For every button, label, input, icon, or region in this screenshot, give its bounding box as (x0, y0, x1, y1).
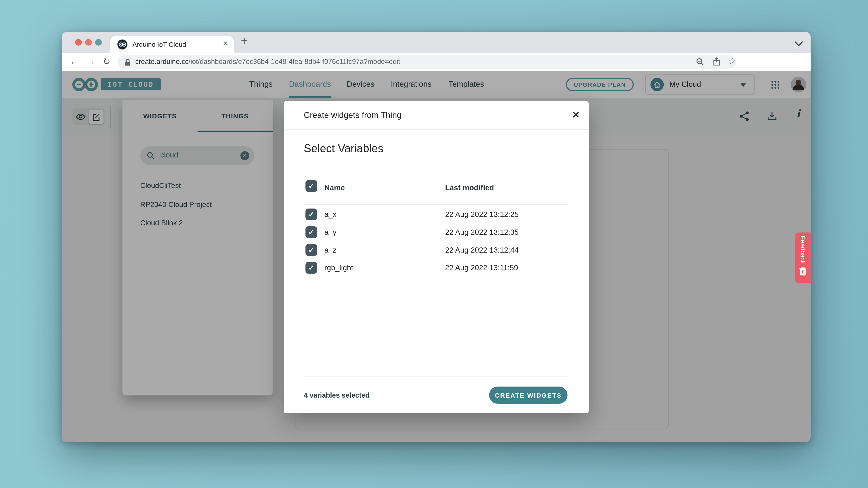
variable-last-modified: 22 Aug 2022 13:12:35 (445, 228, 519, 236)
modal-title: Create widgets from Thing (304, 110, 401, 120)
tab-title: Arduino IoT Cloud (132, 41, 186, 48)
address-bar[interactable]: create.arduino.cc/iot/dashboards/e7ec36b… (117, 55, 736, 69)
tab-close-icon[interactable]: × (223, 38, 228, 48)
zoom-out-icon[interactable] (696, 58, 704, 66)
new-tab-button[interactable]: + (241, 35, 248, 47)
url-host: create.arduino.cc (135, 58, 188, 66)
back-button[interactable]: ← (70, 56, 79, 68)
feedback-smiley-icon (799, 267, 807, 275)
reload-button[interactable]: ↻ (103, 56, 110, 68)
modal-close-icon[interactable]: × (572, 106, 580, 123)
url-text: create.arduino.cc/iot/dashboards/e7ec36b… (135, 58, 400, 66)
variable-last-modified: 22 Aug 2022 13:11:59 (445, 264, 518, 272)
table-header-divider (304, 204, 569, 204)
window-zoom-button[interactable] (95, 39, 102, 46)
arduino-favicon-icon (117, 39, 127, 50)
forward-button[interactable]: → (86, 56, 95, 68)
browser-tab[interactable]: Arduino IoT Cloud × (110, 36, 234, 53)
variable-row: ✓ a_y 22 Aug 2022 13:12:35 (284, 225, 589, 240)
variable-name: a_x (324, 210, 337, 219)
window-close-button[interactable] (75, 39, 82, 46)
variable-checkbox[interactable]: ✓ (305, 262, 317, 273)
window-minimize-button[interactable] (85, 39, 92, 46)
select-all-checkbox[interactable]: ✓ (305, 180, 317, 192)
variable-last-modified: 22 Aug 2022 13:12:25 (445, 210, 519, 219)
variable-name: a_z (324, 246, 337, 254)
column-name: Name (324, 184, 345, 192)
modal-header: Create widgets from Thing × (284, 101, 589, 130)
variable-checkbox[interactable]: ✓ (305, 208, 317, 220)
create-widgets-button[interactable]: CREATE WIDGETS (489, 387, 567, 404)
column-last-modified: Last modified (445, 184, 494, 192)
feedback-label: Feedback (800, 236, 806, 264)
browser-window: Arduino IoT Cloud × + ← → ↻ create.ardui… (62, 32, 811, 442)
variable-row: ✓ rgb_light 22 Aug 2022 13:11:59 (284, 261, 589, 275)
feedback-tab[interactable]: Feedback (795, 232, 811, 283)
select-variables-heading: Select Variables (304, 142, 383, 155)
desktop: Arduino IoT Cloud × + ← → ↻ create.ardui… (0, 0, 868, 488)
variable-checkbox[interactable]: ✓ (305, 226, 317, 238)
variable-name: a_y (324, 228, 337, 236)
variable-row: ✓ a_x 22 Aug 2022 13:12:25 (284, 207, 589, 222)
create-widgets-modal: Create widgets from Thing × Select Varia… (284, 101, 589, 413)
tab-search-chevron-icon[interactable] (794, 38, 803, 46)
variable-checkbox[interactable]: ✓ (305, 244, 317, 256)
variables-table-header: ✓ Name Last modified (284, 179, 589, 199)
selected-count-text: 4 variables selected (304, 392, 370, 399)
url-path: /iot/dashboards/e7ec36b4-1e48-4fea-8db4-… (188, 58, 400, 66)
browser-tab-strip: Arduino IoT Cloud × + (62, 32, 811, 53)
variable-name: rgb_light (324, 264, 353, 272)
share-page-icon[interactable] (713, 57, 720, 66)
bookmark-star-icon[interactable]: ☆ (728, 56, 736, 66)
modal-footer-divider (304, 376, 569, 377)
browser-toolbar: ← → ↻ create.arduino.cc/iot/dashboards/e… (62, 53, 811, 72)
variable-row: ✓ a_z 22 Aug 2022 13:12:44 (284, 243, 589, 258)
feedback-tab-inner: Feedback (795, 232, 811, 283)
variable-last-modified: 22 Aug 2022 13:12:44 (445, 246, 519, 254)
lock-icon (125, 58, 131, 66)
